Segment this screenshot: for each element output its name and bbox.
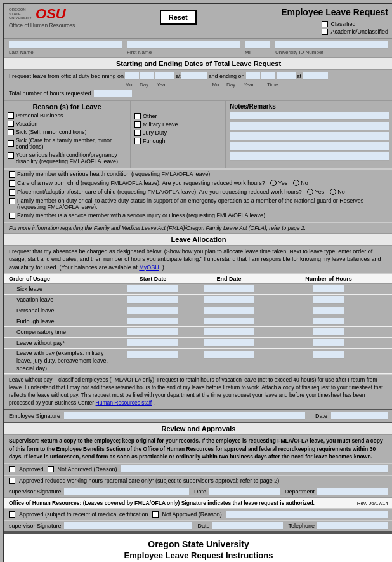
placement-no-radio[interactable] bbox=[330, 189, 336, 195]
sup-tel-input[interactable] bbox=[317, 522, 388, 530]
personal-hours-input[interactable] bbox=[313, 307, 344, 314]
yes-label-1: Yes bbox=[278, 180, 288, 186]
hr-staff-link[interactable]: Human Resources staff bbox=[96, 399, 152, 406]
not-approved1-checkbox[interactable] bbox=[48, 466, 54, 472]
allocation-section-header: Leave Allocation bbox=[4, 233, 392, 246]
lwop-note: Leave without pay – classified employees… bbox=[4, 374, 392, 409]
personal-checkbox[interactable] bbox=[8, 112, 14, 119]
myosu-link[interactable]: MyOSU bbox=[139, 264, 159, 271]
approved1-checkbox[interactable] bbox=[9, 466, 15, 472]
family-duty-checkbox[interactable] bbox=[9, 198, 15, 204]
reasons-col2: Other Military Leave Jury Duty Furlough bbox=[131, 101, 226, 168]
reason-serious-health: Your serious health condition/pregnancy … bbox=[8, 152, 126, 164]
end-time-input[interactable] bbox=[303, 72, 328, 80]
furlough-hours-input[interactable] bbox=[313, 318, 344, 325]
notes-input-1[interactable] bbox=[230, 112, 389, 120]
sup-dept-input[interactable] bbox=[317, 488, 388, 495]
lwp-start-input[interactable] bbox=[127, 351, 178, 359]
furlough-checkbox[interactable] bbox=[134, 138, 141, 144]
newborn-yes-radio[interactable] bbox=[270, 180, 277, 186]
classified-checkbox[interactable] bbox=[322, 21, 328, 27]
lwp-end-input[interactable] bbox=[204, 351, 254, 359]
notes-input-5[interactable] bbox=[230, 152, 389, 161]
not-approved1-reason-input[interactable] bbox=[121, 465, 388, 473]
vacation-hours-input[interactable] bbox=[313, 296, 344, 304]
sup-sig1-input[interactable] bbox=[64, 488, 189, 495]
start-mo-input[interactable] bbox=[125, 72, 139, 80]
hr-office-label: Office of Human Resources bbox=[9, 22, 75, 29]
last-name-input[interactable] bbox=[9, 41, 122, 49]
last-name-field: Last Name bbox=[9, 41, 122, 55]
newborn-no-radio[interactable] bbox=[293, 180, 299, 186]
end-day-input[interactable] bbox=[261, 72, 275, 80]
first-name-input[interactable] bbox=[127, 41, 240, 49]
personal-end-input[interactable] bbox=[204, 307, 254, 314]
notes-input-2[interactable] bbox=[230, 122, 389, 130]
family-duty-label: Family member on duty or call to active … bbox=[17, 197, 388, 210]
sick-family-checkbox[interactable] bbox=[8, 140, 14, 147]
approved2-checkbox[interactable] bbox=[9, 511, 15, 518]
sick-end-input[interactable] bbox=[204, 285, 254, 293]
reason-jury: Jury Duty bbox=[134, 130, 221, 136]
at2-label: at bbox=[297, 73, 302, 79]
start-time-input[interactable] bbox=[181, 72, 207, 80]
personal-start-input[interactable] bbox=[127, 307, 178, 314]
vacation-checkbox[interactable] bbox=[8, 121, 14, 127]
header-right: Employee Leave Request Classified Academ… bbox=[281, 7, 388, 35]
sup-sig2-input[interactable] bbox=[64, 522, 193, 530]
lwp-label: Leave with pay (examples: military leave… bbox=[4, 350, 112, 372]
not-approved1-label: Not Approved (Reason) bbox=[58, 466, 117, 472]
uid-input[interactable] bbox=[275, 41, 388, 49]
sick-start-input[interactable] bbox=[127, 285, 178, 293]
emp-sig-input[interactable] bbox=[64, 412, 305, 420]
inst-form-title: Employee Leave Request Instructions bbox=[11, 551, 386, 560]
end-year-input[interactable] bbox=[277, 72, 296, 80]
col-order-header: Order of Usage bbox=[4, 276, 112, 282]
not-approved2-checkbox[interactable] bbox=[152, 511, 159, 518]
other-checkbox[interactable] bbox=[134, 113, 141, 119]
vacation-start-input[interactable] bbox=[127, 296, 178, 304]
total-hours-input[interactable] bbox=[94, 90, 132, 97]
not-approved2-reason-input[interactable] bbox=[226, 511, 388, 518]
table-row: Vacation leave bbox=[4, 295, 392, 305]
lwop-end-input[interactable] bbox=[204, 339, 254, 347]
academic-checkbox[interactable] bbox=[322, 29, 328, 35]
sick-hours-input[interactable] bbox=[313, 285, 344, 293]
serious-health-checkbox[interactable] bbox=[8, 152, 14, 159]
approved-reduced-checkbox[interactable] bbox=[9, 478, 15, 484]
lwop-start-input[interactable] bbox=[127, 339, 178, 347]
end-mo-input[interactable] bbox=[246, 72, 260, 80]
service-member-checkbox[interactable] bbox=[9, 213, 15, 219]
mi-input[interactable] bbox=[245, 41, 270, 49]
newborn-checkbox[interactable] bbox=[9, 180, 15, 187]
osu-logo: OSU bbox=[36, 7, 66, 21]
sick-self-checkbox[interactable] bbox=[8, 129, 14, 135]
sup-date1-input[interactable] bbox=[209, 488, 280, 495]
notes-input-4[interactable] bbox=[230, 142, 389, 151]
comp-end-input[interactable] bbox=[204, 328, 254, 336]
start-day-input[interactable] bbox=[140, 72, 154, 80]
furlough-end-input[interactable] bbox=[204, 318, 254, 325]
emp-date-input[interactable] bbox=[331, 412, 388, 420]
family-serious-checkbox[interactable] bbox=[9, 171, 15, 178]
reset-button[interactable]: Reset bbox=[160, 10, 197, 25]
reason-sick-self: Sick (Self, minor conditions) bbox=[8, 129, 126, 135]
furlough-start-input[interactable] bbox=[127, 318, 178, 325]
sick-self-label: Sick (Self, minor conditions) bbox=[16, 129, 87, 135]
comp-start-input[interactable] bbox=[127, 328, 178, 336]
approved2-label: Approved (subject to receipt of medical … bbox=[19, 511, 148, 518]
fmla-note: For more information regarding the Famil… bbox=[4, 222, 392, 233]
placement-yes-radio[interactable] bbox=[307, 189, 313, 195]
military-checkbox[interactable] bbox=[134, 121, 141, 128]
lwp-hours-input[interactable] bbox=[313, 351, 344, 359]
start-year-input[interactable] bbox=[155, 72, 174, 80]
lwop-hours-input[interactable] bbox=[313, 339, 344, 347]
comp-hours-input[interactable] bbox=[313, 328, 344, 336]
approved1-label: Approved bbox=[19, 466, 44, 472]
jury-checkbox[interactable] bbox=[134, 130, 141, 136]
sup-date2-input[interactable] bbox=[212, 522, 283, 530]
placement-checkbox[interactable] bbox=[9, 189, 15, 196]
vacation-end-input[interactable] bbox=[204, 296, 254, 304]
newborn-no-area: No bbox=[293, 180, 308, 186]
notes-input-3[interactable] bbox=[230, 132, 389, 140]
